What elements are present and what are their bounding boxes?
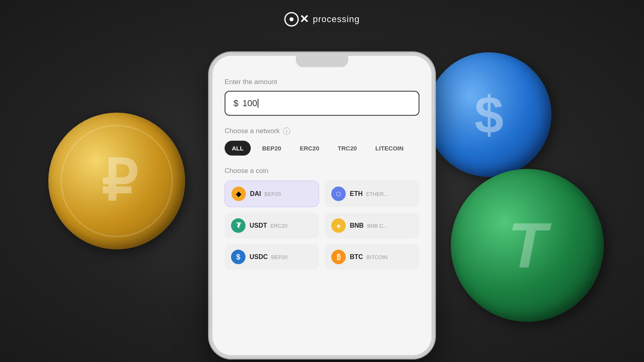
network-tab-trc20[interactable]: TRC20 (330, 141, 364, 156)
logo-text: processing (313, 14, 359, 25)
coin-item-usdc[interactable]: $ USDC BEP20 (225, 244, 319, 270)
info-icon[interactable]: i (283, 128, 290, 135)
phone-mockup: Enter the amount $ 100 Choose a network … (209, 53, 435, 358)
network-tabs: ALL BEP20 ERC20 TRC20 LITECOIN (225, 141, 419, 156)
coin-section-label: Choose a coin (225, 167, 419, 175)
coin-name-bnb: BNB (350, 222, 364, 229)
coin-network-dai: BEP20 (264, 191, 281, 197)
coin-grid: ◆ DAI BEP20 ⬡ ETH ETHER... ₮ USDT ERC20 (225, 181, 419, 270)
network-label: Choose a network (225, 127, 280, 135)
coin-network-btc: BITCOIN (366, 254, 388, 260)
network-header: Choose a network i (225, 127, 419, 135)
network-tab-litecoin[interactable]: LITECOIN (368, 141, 411, 156)
coin-item-eth[interactable]: ⬡ ETH ETHER... (325, 181, 419, 207)
coin-icon-usdc: $ (231, 250, 246, 264)
coin-name-usdc: USDC (250, 253, 268, 260)
header: ✕ processing (284, 12, 359, 27)
network-tab-erc20[interactable]: ERC20 (293, 141, 326, 156)
amount-input-wrapper[interactable]: $ 100 (225, 91, 419, 116)
logo-circle (284, 12, 299, 27)
amount-label: Enter the amount (225, 78, 419, 86)
coin-network-eth: ETHER... (366, 191, 388, 197)
decorative-coin-green: T (451, 169, 604, 322)
network-tab-bep20[interactable]: BEP20 (255, 141, 289, 156)
coin-icon-usdt: ₮ (231, 218, 246, 233)
coin-network-bnb: BNB C... (367, 223, 388, 229)
coin-item-btc[interactable]: ₿ BTC BITCOIN (325, 244, 419, 270)
coin-icon-btc: ₿ (331, 250, 346, 264)
coin-name-eth: ETH (350, 190, 363, 197)
decorative-coin-gold: ₽ (48, 113, 185, 249)
logo-x-letter: ✕ (299, 14, 309, 25)
coin-network-usdt: ERC20 (270, 223, 287, 229)
coin-name-usdt: USDT (250, 222, 267, 229)
coin-icon-dai: ◆ (231, 187, 246, 201)
network-tab-all[interactable]: ALL (225, 141, 251, 156)
coin-network-usdc: BEP20 (271, 254, 287, 260)
coin-name-dai: DAI (250, 190, 261, 197)
phone-content: Enter the amount $ 100 Choose a network … (213, 56, 431, 355)
coin-item-dai[interactable]: ◆ DAI BEP20 (225, 181, 319, 207)
coin-name-btc: BTC (350, 253, 363, 260)
dollar-sign: $ (233, 98, 238, 109)
coin-icon-eth: ⬡ (331, 187, 346, 201)
decorative-coin-blue: $ (427, 52, 551, 177)
coin-icon-bnb: ◈ (331, 218, 346, 233)
coin-item-bnb[interactable]: ◈ BNB BNB C... (325, 213, 419, 239)
text-cursor (258, 99, 258, 108)
coin-item-usdt[interactable]: ₮ USDT ERC20 (225, 213, 319, 239)
logo-icon: ✕ (284, 12, 309, 27)
amount-value[interactable]: 100 (242, 98, 258, 109)
